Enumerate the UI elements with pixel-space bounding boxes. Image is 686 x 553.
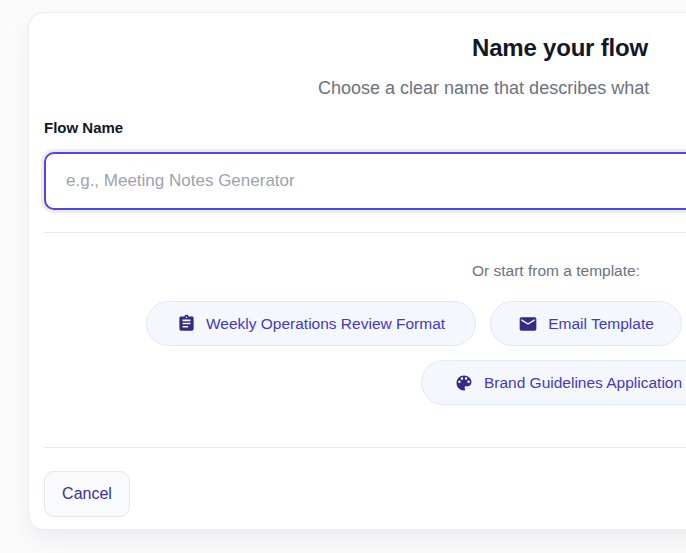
mail-icon — [518, 314, 538, 334]
page-background: Name your flow Choose a clear name that … — [0, 0, 686, 553]
palette-icon — [454, 373, 474, 393]
template-button-brand-guidelines[interactable]: Brand Guidelines Application — [421, 360, 686, 405]
name-flow-dialog: Name your flow Choose a clear name that … — [28, 12, 686, 530]
flow-name-input[interactable] — [44, 152, 686, 210]
dialog-title: Name your flow — [472, 34, 648, 62]
templates-heading: Or start from a template: — [472, 262, 640, 280]
template-button-email-template[interactable]: Email Template — [490, 301, 682, 346]
clipboard-icon — [177, 314, 196, 333]
flow-name-label: Flow Name — [44, 119, 123, 136]
dialog-subtitle: Choose a clear name that describes what — [318, 78, 649, 99]
cancel-button[interactable]: Cancel — [44, 471, 130, 517]
template-label: Brand Guidelines Application — [484, 374, 682, 392]
divider — [44, 232, 686, 233]
template-label: Email Template — [548, 315, 654, 333]
divider — [44, 447, 686, 448]
template-label: Weekly Operations Review Format — [206, 315, 445, 333]
template-button-weekly-operations-review[interactable]: Weekly Operations Review Format — [146, 301, 476, 346]
